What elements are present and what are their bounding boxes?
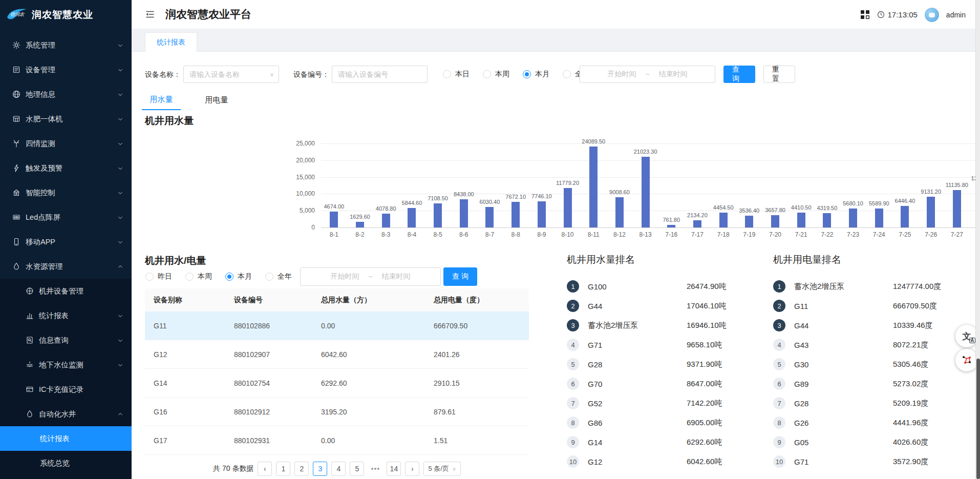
sidebar-item-menu-0[interactable]: 系统管理 (0, 33, 132, 57)
reset-button[interactable]: 重 置 (763, 66, 795, 83)
date-range-picker[interactable]: 开始时间 ~ 结束时间 (580, 66, 715, 83)
scrollbar-thumb[interactable] (976, 359, 980, 479)
rank-device-name: G52 (588, 399, 602, 408)
usage-date-range-picker[interactable]: 开始时间 ~ 结束时间 (300, 267, 441, 286)
device-name-select[interactable]: ∨ (183, 66, 279, 83)
extension-button[interactable] (955, 349, 978, 371)
bar-8-12[interactable] (615, 197, 624, 227)
bar-7-26[interactable] (927, 197, 935, 227)
usage-start-date-placeholder[interactable]: 开始时间 (330, 272, 359, 281)
bar-7-17[interactable] (693, 220, 701, 227)
filter-radio-本日[interactable]: 本日 (443, 70, 470, 79)
bar-8-8[interactable] (512, 202, 520, 227)
rank-badge: 8 (773, 416, 785, 429)
sidebar-item-menu-8[interactable]: 移动APP (0, 230, 132, 254)
sidebar-item-sub-3[interactable]: 地下水位监测 (0, 352, 132, 377)
sidebar-item-menu-2[interactable]: 地理信息 (0, 82, 132, 107)
bar-7-21[interactable] (797, 213, 805, 227)
usage-radio-本月[interactable]: 本月 (225, 272, 252, 281)
bar-8-2[interactable] (356, 222, 364, 227)
bar-7-24[interactable] (875, 209, 883, 227)
bar-8-9[interactable] (538, 201, 546, 227)
table-row-G17[interactable]: G178801029310.001.51 (145, 426, 529, 455)
page-button-5[interactable]: 5 (350, 462, 364, 476)
avatar[interactable] (925, 8, 939, 22)
bar-8-3[interactable] (382, 214, 390, 227)
translate-button[interactable]: 文A (955, 325, 978, 347)
sidebar-item-label: 智能控制 (26, 188, 55, 198)
device-name-input[interactable] (184, 66, 270, 82)
table-row-G12[interactable]: G128801029076042.602401.26 (145, 340, 529, 369)
collapse-sidebar-icon[interactable] (145, 9, 155, 19)
usage-end-date-placeholder[interactable]: 结束时间 (382, 272, 411, 281)
usage-radio-全年[interactable]: 全年 (265, 272, 292, 281)
bar-8-13[interactable] (642, 157, 650, 227)
sidebar-item-menu-7[interactable]: Led点阵屏 (0, 205, 132, 230)
end-date-placeholder[interactable]: 结束时间 (659, 70, 688, 79)
usage-radio-昨日[interactable]: 昨日 (145, 272, 172, 281)
tab-power-usage[interactable]: 用电量 (197, 90, 236, 110)
bar-7-25[interactable] (901, 206, 909, 227)
page-button-1[interactable]: 1 (276, 462, 290, 476)
tab-statistics-report[interactable]: 统计报表 (145, 32, 197, 52)
bar-value-label: 8438.00 (454, 191, 474, 197)
sidebar-item-menu-3[interactable]: 水肥一体机 (0, 107, 132, 131)
sidebar-item-menu-1[interactable]: 设备管理 (0, 57, 132, 82)
x-axis-label: 8-7 (477, 231, 503, 238)
page-size-select[interactable]: 5 条/页∨ (423, 462, 461, 476)
sidebar-item-sub-1[interactable]: 统计报表 (0, 303, 132, 328)
search-button[interactable]: 查 询 (723, 66, 755, 83)
apps-grid-icon[interactable] (860, 10, 870, 19)
bar-8-10[interactable] (564, 188, 572, 227)
sidebar-item-sub-0[interactable]: 机井设备管理 (0, 279, 132, 303)
sidebar-item-label: 信息查询 (39, 336, 69, 345)
page-button-4[interactable]: 4 (331, 462, 346, 476)
sidebar-item-sub-2[interactable]: 信息查询 (0, 328, 132, 352)
bar-8-1[interactable] (330, 212, 338, 227)
sidebar-item-sub-5[interactable]: 自动化水井 (0, 402, 132, 426)
sidebar-item-menu-5[interactable]: 触发及预警 (0, 156, 132, 180)
page-button-2[interactable]: 2 (294, 462, 309, 476)
bar-8-11[interactable] (589, 147, 598, 227)
next-page-button[interactable]: › (405, 462, 419, 476)
page-button-14[interactable]: 14 (387, 462, 401, 476)
table-row-G16[interactable]: G168801029123195.20879.61 (145, 398, 529, 426)
bar-7-18[interactable] (719, 213, 728, 227)
device-name-label: 设备名称： (145, 70, 181, 79)
bar-value-label: 4410.50 (791, 204, 812, 211)
page-button-3[interactable]: 3 (313, 462, 327, 476)
table-row-G11[interactable]: G118801028860.00666709.50 (145, 311, 529, 340)
bar-7-22[interactable] (823, 213, 831, 227)
filter-radio-本周[interactable]: 本周 (483, 70, 509, 79)
x-axis-label: 8-5 (425, 231, 451, 238)
bar-7-19[interactable] (745, 216, 753, 227)
bar-value-label: 11135.80 (946, 182, 968, 188)
bar-7-20[interactable] (771, 215, 779, 227)
device-no-field[interactable] (332, 66, 428, 83)
table-row-G14[interactable]: G148801027546292.602910.15 (145, 369, 529, 398)
rank-value: 666709.50度 (893, 301, 937, 311)
bar-7-23[interactable] (849, 209, 857, 227)
tab-water-usage[interactable]: 用水量 (142, 90, 181, 110)
start-date-placeholder[interactable]: 开始时间 (607, 70, 636, 79)
prev-page-button[interactable]: ‹ (258, 462, 272, 476)
bar-8-4[interactable] (408, 208, 416, 227)
sidebar-item-menu-9[interactable]: 水资源管理 (0, 254, 132, 279)
filter-radio-本月[interactable]: 本月 (523, 70, 549, 79)
bar-7-27[interactable] (953, 190, 961, 227)
device-no-input[interactable] (332, 66, 427, 82)
usage-radio-本周[interactable]: 本周 (185, 272, 212, 281)
bar-7-16[interactable] (667, 225, 675, 227)
sidebar-item-subsub-0[interactable]: 统计报表 (0, 426, 132, 451)
sidebar-item-subsub-1[interactable]: 系统总览 (0, 451, 132, 475)
sidebar-item-sub-4[interactable]: IC卡充值记录 (0, 377, 132, 402)
pagination-ellipsis[interactable]: ••• (368, 465, 382, 473)
rank-badge: 1 (773, 280, 785, 293)
usage-search-button[interactable]: 查 询 (443, 267, 477, 286)
sidebar-item-menu-6[interactable]: 智能控制 (0, 180, 132, 205)
bar-8-7[interactable] (485, 207, 494, 227)
sidebar-item-menu-4[interactable]: 四情监测 (0, 131, 132, 156)
bar-8-6[interactable] (460, 199, 468, 227)
rank-item-6: 6G708647.00吨 (567, 378, 772, 390)
bar-8-5[interactable] (434, 203, 442, 227)
